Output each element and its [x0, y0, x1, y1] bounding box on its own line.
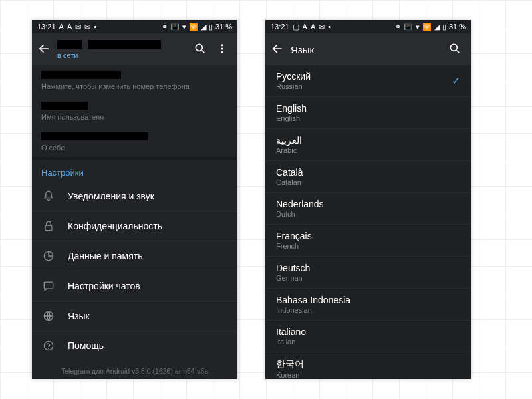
- check-icon: ✓: [452, 74, 460, 87]
- svg-point-11: [450, 44, 457, 51]
- search-icon[interactable]: [194, 42, 207, 57]
- language-option[interactable]: العربيةArabic: [265, 129, 471, 161]
- back-button[interactable]: [271, 42, 284, 57]
- language-english: French: [276, 242, 312, 250]
- signal-icon: ◢: [201, 23, 206, 31]
- language-native: Nederlands: [276, 199, 324, 209]
- chat-icon: [41, 279, 56, 293]
- language-english: Korean: [276, 371, 304, 379]
- lock-icon: [41, 219, 56, 233]
- language-english: English: [276, 114, 307, 122]
- language-english: Russian: [276, 82, 311, 90]
- language-option[interactable]: DeutschGerman: [265, 257, 471, 289]
- chevron-down-icon: ▾: [182, 23, 186, 31]
- svg-point-4: [221, 51, 223, 53]
- language-english: Arabic: [276, 146, 302, 154]
- svg-point-2: [221, 44, 223, 46]
- bio-label: О себе: [41, 144, 228, 152]
- status-icon: A: [311, 23, 315, 31]
- username-label: Имя пользователя: [41, 113, 228, 121]
- svg-rect-7: [44, 282, 53, 289]
- language-english: Italian: [276, 338, 306, 346]
- language-native: Italiano: [276, 327, 306, 337]
- settings-list: Уведомления и звукКонфиденциальностьДанн…: [32, 182, 237, 360]
- status-time: 13:21: [271, 23, 289, 31]
- pie-icon: [41, 249, 56, 263]
- vibrate-icon: 📳: [404, 23, 413, 31]
- battery-percent: 31 %: [449, 23, 466, 31]
- language-native: Русский: [276, 71, 311, 82]
- language-option[interactable]: FrançaisFrench: [265, 225, 471, 257]
- bio-field[interactable]: О себе: [41, 126, 228, 157]
- settings-item-label: Помощь: [68, 340, 104, 351]
- signal-icon: ◢: [434, 23, 440, 31]
- settings-item-label: Язык: [68, 311, 90, 321]
- language-native: Català: [276, 167, 303, 178]
- more-icon[interactable]: [216, 43, 228, 57]
- mail-icon: ✉: [319, 23, 325, 31]
- redacted: [88, 40, 161, 49]
- language-option[interactable]: Bahasa IndonesiaIndonesian: [265, 289, 471, 321]
- status-icon: ▢: [293, 23, 299, 31]
- mail-icon: ✉: [84, 23, 90, 31]
- globe-icon: [41, 309, 56, 323]
- language-native: العربية: [276, 135, 302, 146]
- language-english: Dutch: [276, 210, 324, 218]
- appbar: в сети: [32, 33, 237, 65]
- settings-item-label: Конфиденциальность: [68, 221, 162, 231]
- mail-icon: ✉: [75, 23, 81, 31]
- redacted: [41, 132, 148, 140]
- settings-item-lock[interactable]: Конфиденциальность: [32, 211, 237, 241]
- language-option[interactable]: 한국어Korean: [265, 352, 471, 379]
- language-option[interactable]: NederlandsDutch: [265, 193, 471, 225]
- settings-item-help[interactable]: Помощь: [32, 331, 237, 360]
- status-bar: 13:21 A A ✉ ✉ • ⚭ 📳 ▾ 🛜 ◢ ▯ 31 %: [32, 20, 237, 33]
- wifi-icon: 🛜: [189, 23, 198, 31]
- profile-status: в сети: [57, 51, 187, 59]
- language-english: German: [276, 274, 310, 282]
- settings-item-pie[interactable]: Данные и память: [32, 241, 237, 271]
- battery-icon: ▯: [209, 23, 213, 31]
- language-option[interactable]: EnglishEnglish: [265, 97, 471, 129]
- language-native: Français: [276, 231, 312, 241]
- settings-section-title: Настройки: [32, 160, 237, 182]
- language-option[interactable]: РусскийRussian✓: [265, 65, 471, 97]
- dot-icon: •: [94, 23, 96, 31]
- language-english: Catalan: [276, 178, 303, 186]
- bell-icon: [41, 189, 56, 203]
- status-icon: A: [67, 23, 72, 31]
- screen-title: Язык: [291, 44, 442, 55]
- battery-percent: 31 %: [215, 23, 232, 31]
- language-list[interactable]: РусскийRussian✓EnglishEnglishالعربيةArab…: [265, 65, 471, 379]
- help-icon: [41, 338, 56, 353]
- status-icon: A: [303, 23, 307, 31]
- status-time: 13:21: [37, 23, 56, 31]
- redacted: [41, 71, 121, 79]
- language-option[interactable]: ItalianoItalian: [265, 321, 471, 352]
- language-native: Bahasa Indonesia: [276, 295, 350, 305]
- status-bar: 13:21 ▢ A A ✉ • ⚭ 📳 ▾ 🛜 ◢ ▯ 31 %: [265, 20, 471, 33]
- version-label: Telegram для Android v5.8.0 (1626) arm64…: [32, 360, 237, 379]
- redacted: [41, 102, 88, 110]
- vpn-icon: ⚭: [395, 23, 401, 31]
- settings-item-label: Данные и память: [68, 251, 142, 261]
- settings-item-chat[interactable]: Настройки чатов: [32, 271, 237, 301]
- phone-hint: Нажмите, чтобы изменить номер телефона: [41, 82, 228, 90]
- back-button[interactable]: [37, 42, 51, 57]
- vibrate-icon: 📳: [170, 23, 180, 31]
- dot-icon: •: [328, 23, 331, 31]
- profile-name: [57, 40, 187, 51]
- language-native: English: [276, 103, 307, 114]
- svg-rect-5: [45, 225, 52, 231]
- search-icon[interactable]: [448, 42, 462, 57]
- svg-point-0: [196, 44, 202, 51]
- svg-point-3: [221, 47, 223, 49]
- language-option[interactable]: CatalàCatalan: [265, 161, 471, 193]
- language-native: Deutsch: [276, 263, 310, 273]
- svg-line-1: [202, 50, 205, 53]
- settings-item-globe[interactable]: Язык: [32, 301, 237, 331]
- battery-icon: ▯: [442, 23, 446, 31]
- settings-item-bell[interactable]: Уведомления и звук: [32, 182, 237, 211]
- username-field[interactable]: Имя пользователя: [41, 96, 228, 126]
- phone-field[interactable]: Нажмите, чтобы изменить номер телефона: [41, 65, 228, 96]
